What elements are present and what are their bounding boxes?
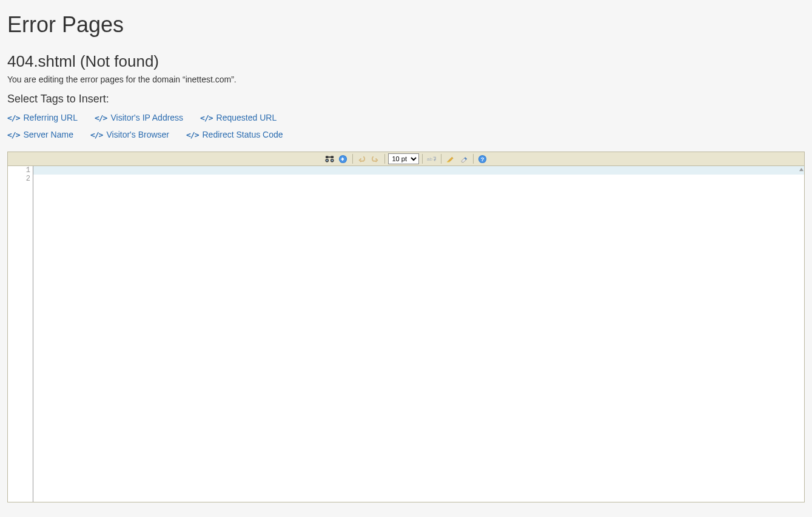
code-line bbox=[33, 175, 804, 183]
code-icon: </> bbox=[200, 113, 212, 122]
eraser-icon bbox=[459, 155, 468, 163]
svg-text:ab: ab bbox=[427, 156, 432, 162]
tag-referring-url[interactable]: </> Referring URL bbox=[7, 113, 78, 122]
code-icon: </> bbox=[7, 130, 19, 139]
font-size-select[interactable]: 10 pt bbox=[388, 153, 419, 164]
tag-redirect-status[interactable]: </> Redirect Status Code bbox=[186, 130, 283, 139]
svg-rect-2 bbox=[329, 156, 331, 158]
code-line bbox=[33, 166, 804, 175]
triangle-up-icon bbox=[799, 167, 804, 172]
tag-label: Server Name bbox=[23, 130, 73, 139]
wrap-button[interactable]: ab bbox=[426, 153, 438, 164]
tag-label: Redirect Status Code bbox=[202, 130, 283, 139]
line-number: 1 bbox=[8, 166, 30, 175]
highlight-button[interactable] bbox=[445, 153, 457, 164]
help-button[interactable]: ? bbox=[477, 153, 489, 164]
tag-row: </> Referring URL </> Visitor's IP Addre… bbox=[7, 113, 805, 122]
page-description: You are editing the error pages for the … bbox=[7, 75, 805, 84]
page-title: Error Pages bbox=[7, 12, 805, 38]
wrap-icon: ab bbox=[427, 155, 437, 162]
toolbar-separator bbox=[441, 154, 441, 164]
binoculars-icon bbox=[325, 155, 334, 163]
svg-rect-1 bbox=[331, 156, 334, 158]
help-icon: ? bbox=[478, 155, 487, 164]
svg-rect-10 bbox=[447, 162, 450, 162]
goto-button[interactable] bbox=[337, 153, 349, 164]
toolbar-separator bbox=[473, 154, 474, 164]
toolbar-separator bbox=[422, 154, 423, 164]
editor-gutter: 1 2 bbox=[8, 166, 33, 502]
svg-rect-0 bbox=[326, 156, 329, 158]
erase-button[interactable] bbox=[458, 153, 470, 164]
editor-body: 1 2 bbox=[8, 166, 804, 502]
tag-visitors-ip[interactable]: </> Visitor's IP Address bbox=[95, 113, 183, 122]
editor-container: 10 pt ab bbox=[7, 152, 805, 502]
tag-server-name[interactable]: </> Server Name bbox=[7, 130, 73, 139]
section-title: Select Tags to Insert: bbox=[7, 93, 805, 105]
undo-button[interactable] bbox=[356, 153, 368, 164]
tag-label: Referring URL bbox=[23, 113, 77, 122]
redo-button[interactable] bbox=[369, 153, 381, 164]
tag-label: Requested URL bbox=[216, 113, 277, 122]
toolbar-separator bbox=[384, 154, 385, 164]
svg-point-6 bbox=[332, 160, 333, 161]
code-icon: </> bbox=[186, 130, 198, 139]
editor-toolbar: 10 pt ab bbox=[8, 152, 804, 166]
code-icon: </> bbox=[90, 130, 102, 139]
tag-label: Visitor's IP Address bbox=[110, 113, 183, 122]
toolbar-separator bbox=[352, 154, 353, 164]
tag-row: </> Server Name </> Visitor's Browser </… bbox=[7, 130, 805, 139]
undo-icon bbox=[357, 155, 366, 163]
highlighter-icon bbox=[446, 155, 455, 163]
tag-label: Visitor's Browser bbox=[106, 130, 169, 139]
editor-textarea[interactable] bbox=[33, 166, 804, 502]
find-button[interactable] bbox=[324, 153, 336, 164]
page-subtitle: 404.shtml (Not found) bbox=[7, 52, 805, 71]
svg-point-5 bbox=[326, 160, 327, 161]
scroll-up-marker[interactable] bbox=[798, 166, 804, 172]
tag-requested-url[interactable]: </> Requested URL bbox=[200, 113, 277, 122]
svg-text:?: ? bbox=[481, 156, 485, 162]
line-number: 2 bbox=[8, 175, 30, 183]
tag-grid: </> Referring URL </> Visitor's IP Addre… bbox=[7, 113, 805, 139]
redo-icon bbox=[371, 155, 380, 163]
code-icon: </> bbox=[7, 113, 19, 122]
arrow-circle-icon bbox=[338, 155, 347, 164]
code-icon: </> bbox=[95, 113, 107, 122]
tag-visitors-browser[interactable]: </> Visitor's Browser bbox=[90, 130, 169, 139]
